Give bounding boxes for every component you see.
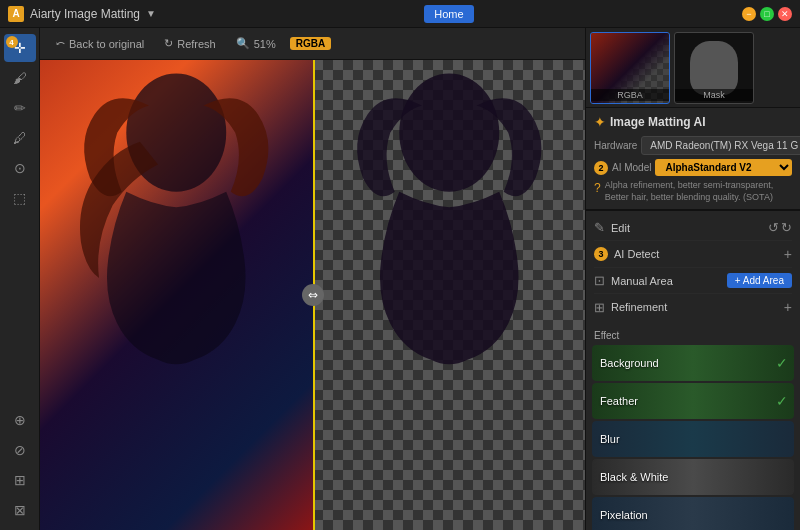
home-nav-btn[interactable]: Home bbox=[424, 5, 473, 23]
model-desc-row: ? Alpha refinement, better semi-transpar… bbox=[594, 180, 792, 203]
maximize-button[interactable]: □ bbox=[760, 7, 774, 21]
minimize-button[interactable]: − bbox=[742, 7, 756, 21]
zoom-tool-btn[interactable]: ⊕ bbox=[4, 406, 36, 434]
eraser-icon: ✏ bbox=[14, 100, 26, 116]
refresh-icon: ↻ bbox=[164, 37, 173, 50]
left-toolbar: 4 ✛ 🖌 ✏ 🖊 ⊙ ⬚ ⊕ ⊘ ⊞ ⊠ bbox=[0, 28, 40, 530]
refresh-label: Refresh bbox=[177, 38, 216, 50]
manual-area-left: ⊡ Manual Area bbox=[594, 273, 673, 288]
manual-area-row[interactable]: ⊡ Manual Area + Add Area bbox=[594, 268, 792, 294]
hardware-select[interactable]: AMD Radeon(TM) RX Vega 11 G bbox=[641, 136, 800, 155]
blur-effect-label: Blur bbox=[600, 433, 620, 445]
woman-illustration bbox=[40, 60, 313, 396]
ai-panel-title: Image Matting AI bbox=[610, 115, 706, 129]
back-icon: ⤺ bbox=[56, 37, 65, 50]
brush-icon: 🖌 bbox=[13, 70, 27, 86]
mask-shape bbox=[690, 41, 738, 95]
settings-tool-btn[interactable]: ⊞ bbox=[4, 466, 36, 494]
pixelation-effect[interactable]: Pixelation bbox=[592, 497, 794, 530]
zoom-icon: ⊕ bbox=[14, 412, 26, 428]
expand-icon: ⊠ bbox=[14, 502, 26, 518]
zoom-value: 51% bbox=[254, 38, 276, 50]
model-row: 2 AI Model AlphaStandard V2 bbox=[594, 159, 792, 176]
undo-btn[interactable]: ↺ bbox=[768, 220, 779, 235]
image-right-side bbox=[313, 60, 586, 530]
background-effect[interactable]: Background ✓ bbox=[592, 345, 794, 381]
info-icon: ? bbox=[594, 181, 601, 195]
ai-model-badge: 2 bbox=[594, 161, 608, 175]
zoom-icon: 🔍 bbox=[236, 37, 250, 50]
ai-panel: ✦ Image Matting AI Hardware AMD Radeon(T… bbox=[586, 108, 800, 210]
blur-effect-bg bbox=[592, 421, 794, 457]
rect-tool-btn[interactable]: ⬚ bbox=[4, 184, 36, 212]
blur-effect[interactable]: Blur bbox=[592, 421, 794, 457]
tool-badge-4: 4 bbox=[6, 36, 18, 48]
feather-effect-label: Feather bbox=[600, 395, 638, 407]
back-label: Back to original bbox=[69, 38, 144, 50]
bw-effect-label: Black & White bbox=[600, 471, 668, 483]
close-button[interactable]: ✕ bbox=[778, 7, 792, 21]
right-panel: RGBA Mask ✦ Image Matting AI Hardware AM… bbox=[585, 28, 800, 530]
edit-row-left: ✎ Edit bbox=[594, 220, 630, 235]
mask-preview[interactable]: Mask bbox=[674, 32, 754, 104]
add-area-button[interactable]: + Add Area bbox=[727, 273, 792, 288]
effect-section: Effect Background ✓ Feather ✓ Blur Black… bbox=[586, 324, 800, 530]
background-effect-label: Background bbox=[600, 357, 659, 369]
rect-icon: ⬚ bbox=[13, 190, 26, 206]
lasso-tool-btn[interactable]: ⊙ bbox=[4, 154, 36, 182]
divider-handle[interactable]: ⇔ bbox=[302, 284, 324, 306]
model-description: Alpha refinement, better semi-transparen… bbox=[605, 180, 792, 203]
titlebar-nav: Home bbox=[424, 5, 473, 23]
hand-tool-btn[interactable]: ⊘ bbox=[4, 436, 36, 464]
fill-tool-btn[interactable]: 🖊 bbox=[4, 124, 36, 152]
background-check: ✓ bbox=[776, 355, 788, 371]
titlebar: A Aiarty Image Matting ▼ Home − □ ✕ bbox=[0, 0, 800, 28]
view-mode-badge[interactable]: RGBA bbox=[290, 37, 331, 50]
canvas-toolbar: ⤺ Back to original ↻ Refresh 🔍 51% RGBA bbox=[40, 28, 585, 60]
effect-label: Effect bbox=[586, 328, 800, 343]
zoom-display[interactable]: 🔍 51% bbox=[230, 35, 282, 52]
edit-row[interactable]: ✎ Edit ↺ ↻ bbox=[594, 215, 792, 241]
settings-icon: ⊞ bbox=[14, 472, 26, 488]
lasso-icon: ⊙ bbox=[14, 160, 26, 176]
redo-btn[interactable]: ↻ bbox=[781, 220, 792, 235]
refinement-label: Refinement bbox=[611, 301, 667, 313]
hardware-label: Hardware bbox=[594, 140, 637, 151]
woman-cutout bbox=[313, 60, 586, 396]
edit-label: Edit bbox=[611, 222, 630, 234]
ai-detect-row[interactable]: 3 AI Detect + bbox=[594, 241, 792, 268]
feather-check: ✓ bbox=[776, 393, 788, 409]
hardware-row: Hardware AMD Radeon(TM) RX Vega 11 G bbox=[594, 136, 792, 155]
edit-icon: ✎ bbox=[594, 220, 605, 235]
ai-model-label: AI Model bbox=[612, 162, 651, 173]
refinement-left: ⊞ Refinement bbox=[594, 300, 667, 315]
mask-label: Mask bbox=[675, 89, 753, 101]
undo-redo-group: ↺ ↻ bbox=[768, 220, 792, 235]
rgba-preview[interactable]: RGBA bbox=[590, 32, 670, 104]
pixelation-effect-label: Pixelation bbox=[600, 509, 648, 521]
ai-detect-plus[interactable]: + bbox=[784, 246, 792, 262]
manual-area-label: Manual Area bbox=[611, 275, 673, 287]
eraser-tool-btn[interactable]: ✏ bbox=[4, 94, 36, 122]
refinement-row[interactable]: ⊞ Refinement + bbox=[594, 294, 792, 320]
title-arrow: ▼ bbox=[146, 8, 156, 19]
main-layout: 4 ✛ 🖌 ✏ 🖊 ⊙ ⬚ ⊕ ⊘ ⊞ ⊠ ⤺ Back to original… bbox=[0, 28, 800, 530]
refresh-btn[interactable]: ↻ Refresh bbox=[158, 35, 222, 52]
ai-detect-badge: 3 bbox=[594, 247, 608, 261]
refinement-plus[interactable]: + bbox=[784, 299, 792, 315]
back-to-original-btn[interactable]: ⤺ Back to original bbox=[50, 35, 150, 52]
feather-effect[interactable]: Feather ✓ bbox=[592, 383, 794, 419]
manual-area-icon: ⊡ bbox=[594, 273, 605, 288]
preview-row: RGBA Mask bbox=[586, 28, 800, 108]
hand-icon: ⊘ bbox=[14, 442, 26, 458]
ai-icon: ✦ bbox=[594, 114, 606, 130]
image-left-side bbox=[40, 60, 313, 530]
select-tool-btn[interactable]: 4 ✛ bbox=[4, 34, 36, 62]
expand-tool-btn[interactable]: ⊠ bbox=[4, 496, 36, 524]
refinement-icon: ⊞ bbox=[594, 300, 605, 315]
ai-model-select[interactable]: AlphaStandard V2 bbox=[655, 159, 792, 176]
bw-effect[interactable]: Black & White bbox=[592, 459, 794, 495]
brush-tool-btn[interactable]: 🖌 bbox=[4, 64, 36, 92]
ai-detect-label: AI Detect bbox=[614, 248, 659, 260]
canvas-content[interactable]: ⇔ bbox=[40, 60, 585, 530]
